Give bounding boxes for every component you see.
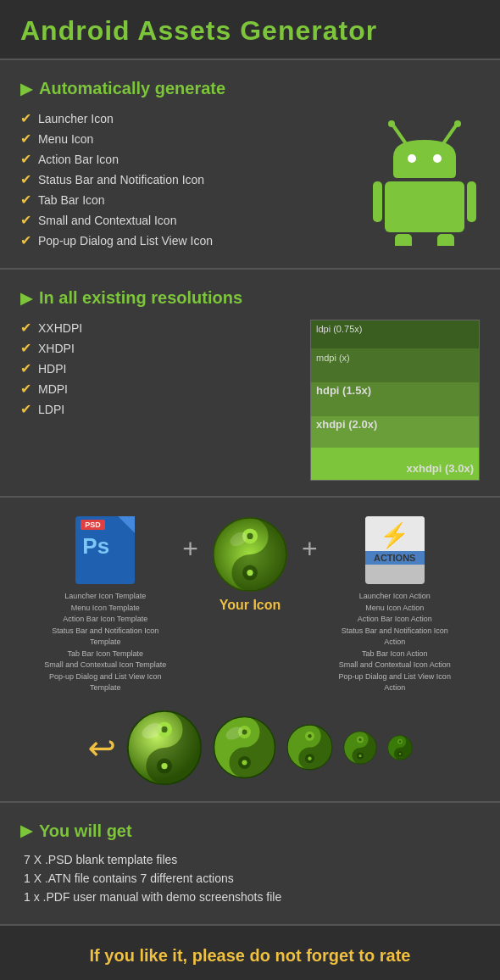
actions-icon: ⚡ ACTIONS bbox=[365, 516, 425, 584]
svg-point-38 bbox=[358, 754, 361, 757]
list-item: ✔Pop-up Dialog and List View Icon bbox=[20, 232, 213, 248]
check-icon: ✔ bbox=[20, 110, 31, 126]
check-icon: ✔ bbox=[20, 131, 31, 147]
svg-point-37 bbox=[358, 738, 361, 740]
resolution-chart: ldpi (0.75x) mdpi (x) hdpi (1.5x) xhdpi … bbox=[310, 320, 480, 481]
list-item: ✔XXHDPI bbox=[20, 320, 82, 336]
get-item-3: 1 x .PDF user manual with demo screensho… bbox=[20, 890, 480, 904]
footer: If you like it, please do not forget to … bbox=[0, 926, 500, 981]
svg-point-20 bbox=[161, 726, 167, 732]
yinyang-xl bbox=[126, 710, 203, 786]
check-icon: ✔ bbox=[20, 151, 31, 167]
list-item: ✔XHDPI bbox=[20, 340, 82, 356]
process-section: PSD Ps Launcher Icon Template Menu Icon … bbox=[0, 498, 500, 803]
svg-rect-10 bbox=[437, 234, 454, 246]
ldpi-label: ldpi (0.75x) bbox=[316, 324, 362, 334]
list-item: ✔Small and Contextual Icon bbox=[20, 212, 213, 228]
list-item: ✔Status Bar and Notification Icon bbox=[20, 171, 213, 187]
list-item: ✔MDPI bbox=[20, 381, 82, 397]
svg-line-0 bbox=[393, 125, 405, 142]
psd-description: Launcher Icon Template Menu Icon Templat… bbox=[42, 591, 169, 694]
svg-point-33 bbox=[308, 757, 311, 760]
plus-sign-1: + bbox=[177, 533, 203, 565]
yinyang-md bbox=[286, 724, 333, 771]
svg-point-26 bbox=[242, 730, 247, 735]
xxhdpi-label: xxhdpi (3.0x) bbox=[407, 462, 474, 475]
yinyang-lg bbox=[213, 716, 276, 779]
section2-label: In all existing resolutions bbox=[39, 288, 242, 308]
arrow-icon3: ▶ bbox=[20, 821, 32, 840]
psd-icon: PSD Ps bbox=[75, 516, 135, 584]
svg-rect-7 bbox=[373, 181, 382, 222]
section2-content: ✔XXHDPI ✔XHDPI ✔HDPI ✔MDPI ✔LDPI ldpi (0… bbox=[20, 320, 480, 481]
process-your-icon: Your Icon bbox=[212, 516, 288, 613]
svg-point-14 bbox=[247, 533, 253, 539]
actions-label: ACTIONS bbox=[365, 551, 425, 565]
process-actions: ⚡ ACTIONS Launcher Icon Action Menu Icon… bbox=[331, 516, 458, 694]
svg-rect-9 bbox=[395, 234, 412, 246]
get-list: 7 X .PSD blank template files 1 X .ATN f… bbox=[20, 853, 480, 904]
get-section: ▶ You will get 7 X .PSD blank template f… bbox=[0, 803, 500, 926]
section2-list: ✔XXHDPI ✔XHDPI ✔HDPI ✔MDPI ✔LDPI bbox=[20, 320, 82, 421]
yinyang-xs bbox=[387, 735, 413, 760]
list-item: ✔Action Bar Icon bbox=[20, 151, 213, 167]
mdpi-label: mdpi (x) bbox=[316, 353, 350, 363]
svg-rect-8 bbox=[467, 181, 476, 222]
svg-point-3 bbox=[454, 120, 461, 127]
check-icon: ✔ bbox=[20, 192, 31, 208]
yinyang-row: ↪ bbox=[20, 710, 480, 786]
curved-arrow-icon: ↪ bbox=[87, 728, 116, 767]
svg-point-42 bbox=[399, 740, 401, 742]
svg-line-1 bbox=[444, 125, 456, 142]
check-icon: ✔ bbox=[20, 212, 31, 228]
section-auto-generate: ▶ Automatically generate ✔Launcher Icon … bbox=[0, 60, 500, 270]
footer-title: If you like it, please do not forget to … bbox=[20, 946, 480, 966]
check-icon: ✔ bbox=[20, 360, 31, 376]
list-item: ✔Tab Bar Icon bbox=[20, 192, 213, 208]
check-icon: ✔ bbox=[20, 171, 31, 187]
section1-content: ✔Launcher Icon ✔Menu Icon ✔Action Bar Ic… bbox=[20, 110, 480, 253]
yinyang-sm bbox=[343, 731, 377, 765]
svg-point-5 bbox=[433, 154, 442, 163]
get-section-title: ▶ You will get bbox=[20, 821, 480, 841]
android-robot-image bbox=[369, 110, 480, 249]
section-resolutions: ▶ In all existing resolutions ✔XXHDPI ✔X… bbox=[0, 270, 500, 498]
actions-description: Launcher Icon Action Menu Icon Action Ac… bbox=[331, 591, 458, 694]
check-icon: ✔ bbox=[20, 340, 31, 356]
svg-point-4 bbox=[408, 154, 416, 163]
process-psd: PSD Ps Launcher Icon Template Menu Icon … bbox=[42, 516, 169, 694]
arrow-icon2: ▶ bbox=[20, 289, 32, 308]
check-icon: ✔ bbox=[20, 232, 31, 248]
xhdpi-label: xhdpi (2.0x) bbox=[316, 418, 377, 431]
check-icon: ✔ bbox=[20, 320, 31, 336]
actions-top: ⚡ bbox=[365, 516, 425, 551]
ps-text: Ps bbox=[82, 533, 109, 560]
check-icon: ✔ bbox=[20, 401, 31, 417]
section2-title: ▶ In all existing resolutions bbox=[20, 288, 480, 308]
section1-label: Automatically generate bbox=[39, 79, 225, 98]
svg-point-21 bbox=[161, 763, 167, 769]
check-icon: ✔ bbox=[20, 381, 31, 397]
svg-rect-6 bbox=[385, 181, 464, 232]
get-label: You will get bbox=[39, 821, 132, 841]
svg-point-2 bbox=[388, 120, 395, 127]
header: Android Assets Generator bbox=[0, 0, 500, 60]
list-item: ✔HDPI bbox=[20, 360, 82, 376]
svg-point-32 bbox=[308, 734, 311, 738]
plus-sign-2: + bbox=[297, 533, 323, 565]
svg-point-15 bbox=[247, 570, 253, 576]
section1-title: ▶ Automatically generate bbox=[20, 79, 480, 98]
process-row: PSD Ps Launcher Icon Template Menu Icon … bbox=[20, 516, 480, 694]
your-icon-yinyang bbox=[212, 516, 288, 593]
get-item-2: 1 X .ATN file contains 7 different actio… bbox=[20, 871, 480, 885]
list-item: ✔LDPI bbox=[20, 401, 82, 417]
list-item: ✔Menu Icon bbox=[20, 131, 213, 147]
svg-point-43 bbox=[399, 753, 401, 754]
get-item-1: 7 X .PSD blank template files bbox=[20, 853, 480, 866]
hdpi-label: hdpi (1.5x) bbox=[316, 384, 371, 397]
svg-point-27 bbox=[242, 760, 247, 766]
list-item: ✔Launcher Icon bbox=[20, 110, 213, 126]
page-title: Android Assets Generator bbox=[20, 15, 480, 47]
psd-label: PSD bbox=[81, 520, 105, 530]
section1-list: ✔Launcher Icon ✔Menu Icon ✔Action Bar Ic… bbox=[20, 110, 213, 253]
